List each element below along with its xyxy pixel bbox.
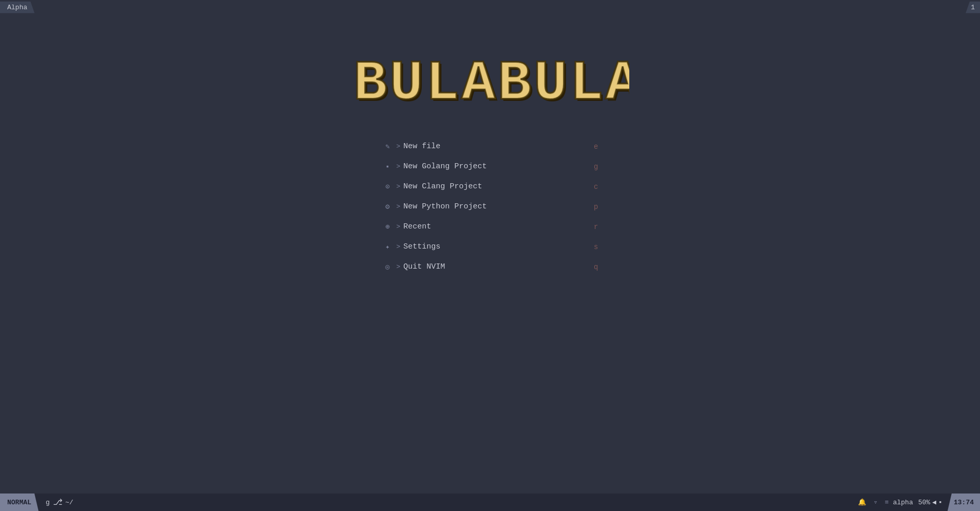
percent-value: 50% xyxy=(918,499,930,506)
settings-label: Settings xyxy=(403,242,594,251)
new-file-label: New file xyxy=(403,142,594,151)
quit-shortcut: q xyxy=(594,263,598,271)
settings-icon: ✦ xyxy=(382,242,393,251)
golang-label: New Golang Project xyxy=(403,162,594,171)
menu-item-python[interactable]: ⚙ > New Python Project p xyxy=(382,198,598,215)
new-file-arrow: > xyxy=(397,143,401,150)
menu-container: ✎ > New file e ▪ > New Golang Project g … xyxy=(382,138,598,275)
list-icon: ≡ xyxy=(882,499,892,506)
status-dir: g ⎇ ~/ xyxy=(39,497,80,507)
recent-shortcut: r xyxy=(594,223,598,231)
nav-icon: ▿ xyxy=(870,498,881,506)
alpha-tab[interactable]: Alpha xyxy=(0,2,35,13)
clang-label: New Clang Project xyxy=(403,182,594,191)
menu-item-recent[interactable]: ⊕ > Recent r xyxy=(382,218,598,235)
recent-icon: ⊕ xyxy=(382,222,393,231)
tab-label: Alpha xyxy=(7,4,27,11)
menu-item-settings[interactable]: ✦ > Settings s xyxy=(382,238,598,255)
python-label: New Python Project xyxy=(403,202,594,211)
settings-arrow: > xyxy=(397,243,401,251)
top-right-indicator: 1 xyxy=(966,2,980,13)
logo-container: BULABULA BULABULA BULABULA xyxy=(351,45,629,112)
branch-name: alpha xyxy=(893,499,913,506)
scroll-percent: 50% ◀ ▪ xyxy=(914,498,947,506)
time-value: 13:74 xyxy=(954,499,974,506)
menu-item-quit[interactable]: ◎ > Quit NVIM q xyxy=(382,258,598,275)
mode-label: NORMAL xyxy=(7,499,31,506)
python-shortcut: p xyxy=(594,203,598,211)
python-icon: ⚙ xyxy=(382,202,393,211)
main-content: BULABULA BULABULA BULABULA ✎ > New file … xyxy=(0,14,980,494)
status-left: NORMAL g ⎇ ~/ xyxy=(0,494,80,511)
python-arrow: > xyxy=(397,203,401,210)
new-file-icon: ✎ xyxy=(382,142,393,151)
status-bar: NORMAL g ⎇ ~/ 🔔 ▿ ≡ alpha 50% ◀ ▪ 13:74 xyxy=(0,494,980,511)
menu-item-new-file[interactable]: ✎ > New file e xyxy=(382,138,598,155)
github-icon: ⎇ xyxy=(53,497,62,507)
golang-shortcut: g xyxy=(594,163,598,171)
golang-arrow: > xyxy=(397,163,401,170)
quit-label: Quit NVIM xyxy=(403,262,594,271)
quit-arrow: > xyxy=(397,263,401,271)
clang-arrow: > xyxy=(397,183,401,190)
recent-label: Recent xyxy=(403,222,594,231)
settings-shortcut: s xyxy=(594,243,598,251)
arrow-left-icon: ◀ xyxy=(932,498,936,506)
svg-text:BULABULA: BULABULA xyxy=(353,51,629,112)
dir-g-label: g xyxy=(46,499,50,506)
menu-item-golang[interactable]: ▪ > New Golang Project g xyxy=(382,158,598,175)
top-bar: Alpha 1 xyxy=(0,0,980,14)
recent-arrow: > xyxy=(397,223,401,231)
right-indicator-value: 1 xyxy=(971,4,975,11)
dir-path: ~/ xyxy=(65,499,74,506)
menu-item-clang[interactable]: ⊙ > New Clang Project c xyxy=(382,178,598,195)
logo-svg: BULABULA BULABULA BULABULA xyxy=(351,45,629,112)
new-file-shortcut: e xyxy=(594,143,598,151)
status-right: 🔔 ▿ ≡ alpha 50% ◀ ▪ 13:74 xyxy=(855,494,980,511)
scroll-indicator: ▪ xyxy=(938,499,942,506)
status-time: 13:74 xyxy=(948,494,980,511)
golang-icon: ▪ xyxy=(382,163,393,171)
status-mode: NORMAL xyxy=(0,494,39,511)
clang-icon: ⊙ xyxy=(382,182,393,191)
clang-shortcut: c xyxy=(594,183,598,191)
quit-icon: ◎ xyxy=(382,262,393,271)
bell-icon: 🔔 xyxy=(855,498,869,506)
